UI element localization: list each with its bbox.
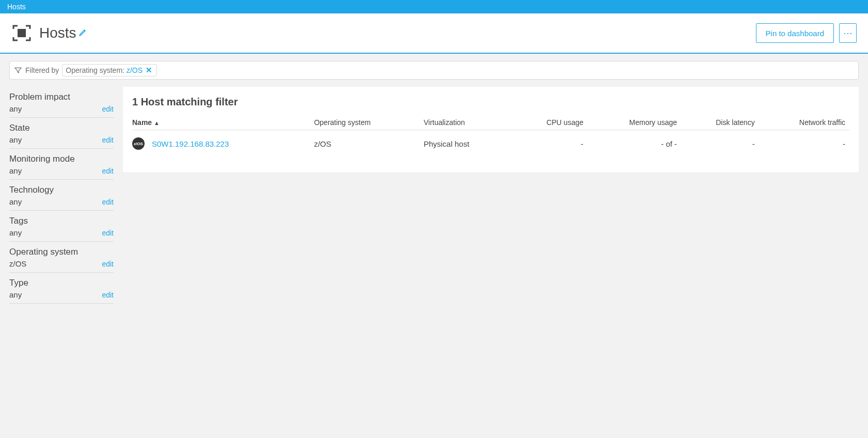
filter-chip-remove-icon[interactable]: ✕ <box>145 66 153 75</box>
col-mem[interactable]: Memory usage <box>588 115 681 130</box>
table-row: z/OSS0W1.192.168.83.223z/OSPhysical host… <box>132 130 849 158</box>
sidebar-group: Stateanyedit <box>9 118 114 149</box>
sidebar-group: Operating systemz/OSedit <box>9 242 114 273</box>
sidebar-group-title: Monitoring mode <box>9 154 114 164</box>
sidebar-group: Monitoring modeanyedit <box>9 149 114 180</box>
hosts-table: Name ▲ Operating system Virtualization C… <box>132 115 849 157</box>
col-cpu[interactable]: CPU usage <box>513 115 588 130</box>
sidebar-edit-button[interactable]: edit <box>102 291 114 299</box>
sort-asc-icon: ▲ <box>154 120 160 126</box>
filter-chip-value: z/OS <box>127 66 143 74</box>
page-title: Hosts <box>39 25 88 41</box>
sidebar-group-title: Type <box>9 278 114 288</box>
results-heading: 1 Host matching filter <box>132 96 849 108</box>
sidebar-group-title: Technology <box>9 185 114 195</box>
cell-cpu: - <box>513 130 588 158</box>
col-disk[interactable]: Disk latency <box>681 115 759 130</box>
sidebar-edit-button[interactable]: edit <box>102 167 114 175</box>
col-os[interactable]: Operating system <box>314 115 423 130</box>
svg-rect-0 <box>18 29 26 37</box>
sidebar-group-value: any <box>9 290 22 299</box>
sidebar-group-title: Problem impact <box>9 92 114 102</box>
hosts-table-body: z/OSS0W1.192.168.83.223z/OSPhysical host… <box>132 130 849 158</box>
cell-net: - <box>759 130 849 158</box>
col-name[interactable]: Name ▲ <box>132 115 314 130</box>
sidebar-edit-button[interactable]: edit <box>102 105 114 113</box>
sidebar-group-value: any <box>9 104 22 113</box>
col-net[interactable]: Network traffic <box>759 115 849 130</box>
breadcrumb-bar: Hosts <box>0 0 868 13</box>
os-badge-icon: z/OS <box>132 137 145 150</box>
cell-os: z/OS <box>314 130 423 158</box>
sidebar-group: Tagsanyedit <box>9 211 114 242</box>
filter-chip-os: Operating system: z/OS ✕ <box>62 64 157 76</box>
sidebar-group-title: Tags <box>9 216 114 226</box>
sidebar-edit-button[interactable]: edit <box>102 229 114 237</box>
cell-virt: Physical host <box>423 130 513 158</box>
sidebar-group-value: any <box>9 228 22 237</box>
filter-sidebar: Problem impactanyeditStateanyeditMonitor… <box>9 87 123 304</box>
sidebar-edit-button[interactable]: edit <box>102 260 114 268</box>
sidebar-group-value: z/OS <box>9 259 26 268</box>
sidebar-group: Problem impactanyedit <box>9 87 114 118</box>
sidebar-group-title: Operating system <box>9 247 114 257</box>
hosts-icon <box>11 23 32 43</box>
filtered-by-label: Filtered by <box>25 66 59 74</box>
more-actions-button[interactable]: ⋯ <box>839 23 857 43</box>
sidebar-group: Typeanyedit <box>9 273 114 304</box>
sidebar-group-value: any <box>9 197 22 206</box>
sidebar-group-value: any <box>9 135 22 144</box>
sidebar-group-value: any <box>9 166 22 175</box>
breadcrumb-title[interactable]: Hosts <box>7 3 26 11</box>
filter-chip-label: Operating system: <box>66 66 124 74</box>
sidebar-group: Technologyanyedit <box>9 180 114 211</box>
sidebar-edit-button[interactable]: edit <box>102 198 114 206</box>
pin-to-dashboard-button[interactable]: Pin to dashboard <box>756 23 834 43</box>
host-link[interactable]: S0W1.192.168.83.223 <box>152 139 229 148</box>
sidebar-group-title: State <box>9 123 114 133</box>
cell-disk: - <box>681 130 759 158</box>
sidebar-edit-button[interactable]: edit <box>102 136 114 144</box>
edit-title-icon[interactable] <box>78 27 88 39</box>
filter-bar[interactable]: Filtered by Operating system: z/OS ✕ <box>9 61 859 80</box>
col-virt[interactable]: Virtualization <box>423 115 513 130</box>
page-header: Hosts Pin to dashboard ⋯ <box>0 13 868 54</box>
results-panel: 1 Host matching filter Name ▲ Operating … <box>123 87 859 173</box>
cell-mem: - of - <box>588 130 681 158</box>
filter-icon <box>14 66 22 74</box>
